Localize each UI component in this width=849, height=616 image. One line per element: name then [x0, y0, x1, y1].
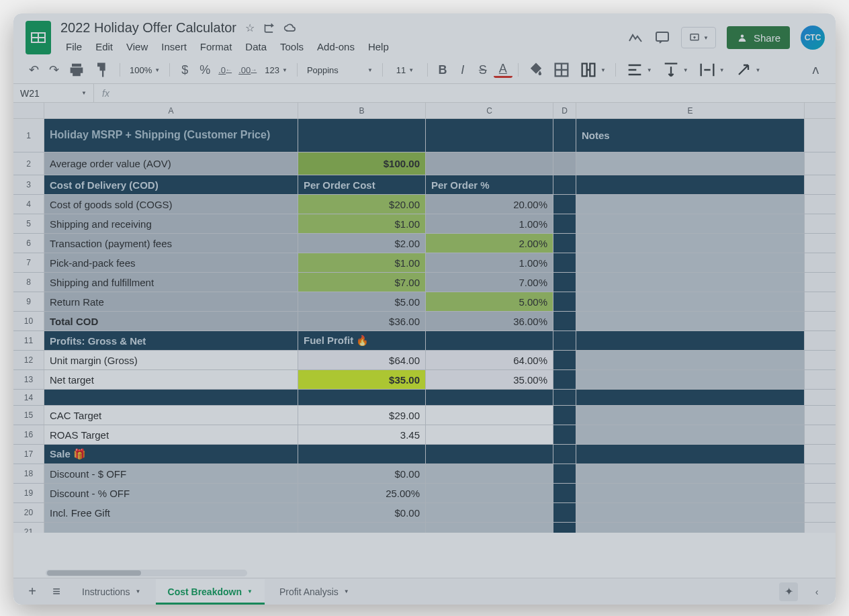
rotate-button[interactable]: ▼: [730, 60, 765, 79]
row-header[interactable]: 9: [13, 292, 44, 311]
cell[interactable]: $5.00: [298, 292, 426, 311]
cell[interactable]: Discount - % OFF: [44, 484, 298, 502]
present-button[interactable]: ▼: [681, 27, 716, 48]
cell[interactable]: 7.00%: [426, 273, 553, 292]
row-header[interactable]: 14: [13, 390, 44, 405]
cell[interactable]: [426, 152, 553, 175]
cell[interactable]: [576, 331, 805, 350]
cell[interactable]: 35.00%: [426, 370, 553, 389]
spreadsheet-grid[interactable]: A B C D E 1 Holiday MSRP + Shipping (Cus…: [13, 103, 836, 533]
text-color-button[interactable]: A: [494, 62, 512, 78]
cell[interactable]: [576, 351, 805, 369]
cell[interactable]: [553, 195, 576, 214]
cell[interactable]: [553, 119, 576, 152]
cell[interactable]: Cost of Delivery (COD): [44, 175, 298, 194]
cell[interactable]: Fuel Profit 🔥: [298, 331, 426, 350]
cell[interactable]: 1.00%: [426, 253, 553, 272]
row-header[interactable]: 4: [13, 195, 44, 214]
cell[interactable]: Total COD: [44, 312, 298, 331]
row-header[interactable]: 3: [13, 175, 44, 194]
cell[interactable]: 2.00%: [426, 234, 553, 253]
cell[interactable]: [576, 253, 805, 272]
cell[interactable]: [553, 331, 576, 350]
cell[interactable]: Shipping and fulfillment: [44, 273, 298, 292]
menu-tools[interactable]: Tools: [275, 38, 309, 55]
cell[interactable]: ROAS Target: [44, 425, 298, 444]
cell[interactable]: [553, 390, 576, 405]
cell[interactable]: [553, 253, 576, 272]
row-header[interactable]: 8: [13, 273, 44, 292]
row-header[interactable]: 18: [13, 464, 44, 483]
cell[interactable]: $20.00: [298, 195, 426, 214]
cell[interactable]: $2.00: [298, 234, 426, 253]
borders-button[interactable]: [549, 60, 574, 79]
cell[interactable]: [553, 445, 576, 464]
cell[interactable]: Unit margin (Gross): [44, 351, 298, 369]
horizontal-scrollbar[interactable]: [46, 570, 247, 576]
redo-icon[interactable]: ↷: [44, 60, 63, 79]
cell[interactable]: $1.00: [298, 214, 426, 233]
cell[interactable]: [298, 523, 426, 533]
cell[interactable]: [576, 406, 805, 425]
cell[interactable]: [426, 406, 553, 425]
cell[interactable]: Pick-and-pack fees: [44, 253, 298, 272]
cell[interactable]: [553, 351, 576, 369]
cell[interactable]: [553, 214, 576, 233]
all-sheets-button[interactable]: ≡: [46, 581, 67, 603]
cell[interactable]: CAC Target: [44, 406, 298, 425]
cell[interactable]: [576, 370, 805, 389]
col-header-e[interactable]: E: [576, 103, 805, 118]
undo-icon[interactable]: ↶: [24, 60, 43, 79]
cell[interactable]: [553, 292, 576, 311]
col-header-c[interactable]: C: [426, 103, 553, 118]
percent-button[interactable]: %: [195, 60, 214, 79]
formula-input[interactable]: [118, 84, 836, 102]
add-sheet-button[interactable]: +: [21, 581, 43, 603]
tab-instructions[interactable]: Instructions▼: [70, 579, 153, 605]
cell[interactable]: $0.00: [298, 464, 426, 483]
row-header[interactable]: 10: [13, 312, 44, 331]
cell[interactable]: Incl. Free Gift: [44, 503, 298, 522]
cell[interactable]: [576, 390, 805, 405]
sheets-logo[interactable]: [24, 19, 52, 56]
cell[interactable]: [553, 234, 576, 253]
cell[interactable]: 64.00%: [426, 351, 553, 369]
cell[interactable]: [426, 484, 553, 502]
cell[interactable]: [576, 445, 805, 464]
doc-title[interactable]: 2022 Holiday Offer Calculator: [60, 20, 236, 36]
cell[interactable]: [553, 273, 576, 292]
cell[interactable]: [44, 523, 298, 533]
move-icon[interactable]: [263, 21, 277, 35]
cell[interactable]: [426, 445, 553, 464]
cloud-icon[interactable]: [283, 21, 297, 35]
row-header[interactable]: 21: [13, 523, 44, 533]
cell[interactable]: [426, 503, 553, 522]
cell[interactable]: [553, 152, 576, 175]
col-header-a[interactable]: A: [44, 103, 298, 118]
cell[interactable]: [298, 119, 426, 152]
cell[interactable]: 25.00%: [298, 484, 426, 502]
cell[interactable]: Holiday MSRP + Shipping (Customer Price): [44, 119, 298, 152]
cell[interactable]: Profits: Gross & Net: [44, 331, 298, 350]
cell[interactable]: [553, 484, 576, 502]
col-header-d[interactable]: D: [553, 103, 576, 118]
cell[interactable]: [298, 390, 426, 405]
merge-button[interactable]: ▼: [575, 60, 610, 79]
cell[interactable]: [576, 273, 805, 292]
col-header-b[interactable]: B: [298, 103, 426, 118]
row-header[interactable]: 11: [13, 331, 44, 350]
cell[interactable]: Transaction (payment) fees: [44, 234, 298, 253]
cell[interactable]: Per Order Cost: [298, 175, 426, 194]
cell[interactable]: $0.00: [298, 503, 426, 522]
increase-decimal-button[interactable]: .00→: [236, 60, 259, 79]
toolbar-collapse-icon[interactable]: ʌ: [806, 60, 825, 79]
cell[interactable]: [553, 406, 576, 425]
cell[interactable]: [576, 292, 805, 311]
row-header[interactable]: 16: [13, 425, 44, 444]
row-header[interactable]: 17: [13, 445, 44, 464]
row-header[interactable]: 5: [13, 214, 44, 233]
paint-format-icon[interactable]: [90, 60, 114, 79]
cell[interactable]: [553, 464, 576, 483]
menu-file[interactable]: File: [60, 38, 87, 55]
cell[interactable]: [576, 234, 805, 253]
